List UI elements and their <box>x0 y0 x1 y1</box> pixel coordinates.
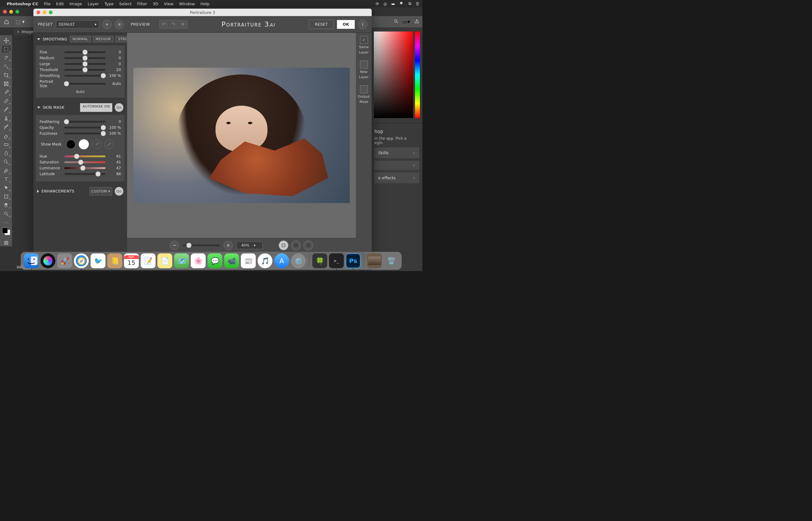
dock-contacts[interactable]: 📒 <box>107 253 122 268</box>
threshold-value[interactable]: 20 <box>108 68 121 72</box>
document-tab[interactable]: × Image <box>14 28 37 35</box>
dock-facetime[interactable]: 📹 <box>224 253 239 268</box>
control-center-icon[interactable]: ☰ <box>416 2 419 6</box>
opacity-slider[interactable] <box>64 127 106 129</box>
latitude-slider[interactable] <box>64 173 106 175</box>
cc-sync-icon[interactable]: ⟳ <box>376 2 379 6</box>
dock-notes[interactable]: 📄 <box>157 253 172 268</box>
marquee-tool[interactable] <box>2 46 10 52</box>
hand-tool[interactable] <box>2 202 10 209</box>
skinmask-on-toggle[interactable]: On <box>115 103 124 112</box>
move-tool[interactable] <box>2 37 10 44</box>
fine-slider[interactable] <box>64 51 106 53</box>
large-slider[interactable] <box>64 63 106 65</box>
new-layer-option[interactable]: NewLayer <box>359 61 369 79</box>
dock-siri[interactable] <box>41 253 56 268</box>
dock-maps[interactable]: 🗺️ <box>174 253 189 268</box>
learn-item-2[interactable] <box>374 161 419 170</box>
blur-tool[interactable] <box>2 150 10 157</box>
luminance-slider[interactable] <box>64 167 106 169</box>
feathering-value[interactable]: 0 <box>108 119 121 124</box>
plugin-zoom-button[interactable] <box>49 10 52 14</box>
color-picker-panel[interactable] <box>371 28 422 120</box>
menu-3d[interactable]: 3D <box>153 2 158 6</box>
quick-select-tool[interactable] <box>2 63 10 70</box>
portrait-size-slider[interactable] <box>64 83 106 85</box>
dodge-tool[interactable] <box>2 159 10 165</box>
view-single-button[interactable] <box>279 241 288 250</box>
fuzziness-slider[interactable] <box>64 133 106 134</box>
plugin-minimize-button[interactable] <box>43 10 46 14</box>
search-icon[interactable] <box>394 19 399 25</box>
crop-tool[interactable] <box>2 72 10 78</box>
zoom-out-button[interactable]: − <box>170 241 179 250</box>
brush-tool[interactable] <box>2 106 10 113</box>
dock-launchpad[interactable]: 🚀 <box>57 253 72 268</box>
automask-button[interactable]: AUTOMASK ON <box>80 103 112 112</box>
saturation-value[interactable]: 41 <box>108 160 121 164</box>
ok-button[interactable]: OK <box>337 20 355 29</box>
pen-tool[interactable] <box>2 167 10 174</box>
menu-view[interactable]: View <box>164 2 174 6</box>
plugin-close-button[interactable] <box>37 10 40 14</box>
feathering-slider[interactable] <box>64 121 106 123</box>
hue-slider[interactable] <box>64 155 106 157</box>
reset-button[interactable]: RESET <box>309 20 334 29</box>
zoom-dropdown[interactable]: 40% ▾ <box>237 242 263 249</box>
output-mask-option[interactable]: OutputMask <box>358 85 370 104</box>
redo-button[interactable]: ↷ <box>169 21 178 27</box>
marquee-options-icon[interactable]: ⬚ ▾ <box>16 19 24 25</box>
zoom-tool[interactable] <box>2 210 10 217</box>
dock-messages[interactable]: 💬 <box>207 253 222 268</box>
menu-type[interactable]: Type <box>105 2 114 6</box>
gradient-tool[interactable] <box>2 141 10 148</box>
enhancements-custom-select[interactable]: CUSTOM▾ <box>89 187 113 196</box>
smoothing-preset-normal[interactable]: NORMAL <box>70 36 91 42</box>
preset-settings-button[interactable] <box>115 20 124 29</box>
preset-dropdown[interactable]: DEFAULT ▾ <box>56 20 99 28</box>
opacity-value[interactable]: 100 % <box>108 126 121 130</box>
dock-calendar[interactable]: MAY 15 <box>124 253 139 268</box>
info-button[interactable]: i <box>358 20 367 29</box>
hue-value[interactable]: 61 <box>108 154 121 159</box>
dock-reminders[interactable]: 📝 <box>141 253 156 268</box>
undo-button[interactable]: ↶ <box>159 21 169 27</box>
smoothing-slider[interactable] <box>64 75 106 77</box>
mask-black-swatch[interactable] <box>66 140 75 149</box>
display-icon[interactable]: ⧉ <box>409 1 411 6</box>
mask-white-swatch[interactable] <box>79 139 89 150</box>
path-select-tool[interactable] <box>2 184 10 191</box>
menu-image[interactable]: Image <box>70 2 82 6</box>
ps-minimize-button[interactable] <box>9 10 13 14</box>
menu-window[interactable]: Window <box>179 2 195 6</box>
quick-mask-toggle[interactable] <box>2 240 10 246</box>
menu-select[interactable]: Select <box>119 2 131 6</box>
medium-slider[interactable] <box>64 57 106 59</box>
dock-music[interactable]: 🎵 <box>258 253 272 268</box>
eyedropper-tool[interactable] <box>2 89 10 96</box>
learn-item-effects[interactable]: e effects <box>374 173 419 183</box>
saturation-slider[interactable] <box>64 161 106 163</box>
dock-clover[interactable]: 🍀 <box>312 253 327 268</box>
frame-tool[interactable] <box>2 80 10 87</box>
fuzziness-value[interactable]: 100 % <box>108 131 121 136</box>
spotlight-icon[interactable] <box>399 1 404 7</box>
preview-image[interactable] <box>133 68 350 203</box>
enhancements-on-toggle[interactable]: On <box>115 187 124 196</box>
ps-close-button[interactable] <box>3 10 7 14</box>
workspace-icon[interactable]: ▭▾ <box>403 19 410 25</box>
menubar-app-name[interactable]: Photoshop CC <box>7 2 38 6</box>
dock-safari[interactable]: 🧭 <box>74 253 89 268</box>
share-icon[interactable] <box>414 19 419 25</box>
medium-value[interactable]: 0 <box>108 56 121 60</box>
dock-finder[interactable] <box>24 253 39 268</box>
eraser-tool[interactable] <box>2 133 10 139</box>
luminance-value[interactable]: 47 <box>108 166 121 170</box>
notification-icon[interactable]: ▬ <box>391 2 395 6</box>
learn-item-skills[interactable]: Skills <box>374 148 419 158</box>
enhancements-section-header[interactable]: ENHANCEMENTS CUSTOM▾ On <box>34 184 127 199</box>
portrait-size-value[interactable]: Auto <box>108 82 121 86</box>
menu-help[interactable]: Help <box>200 2 210 6</box>
dock-mail[interactable]: 🐦 <box>91 253 106 268</box>
zoom-slider[interactable] <box>183 245 220 246</box>
